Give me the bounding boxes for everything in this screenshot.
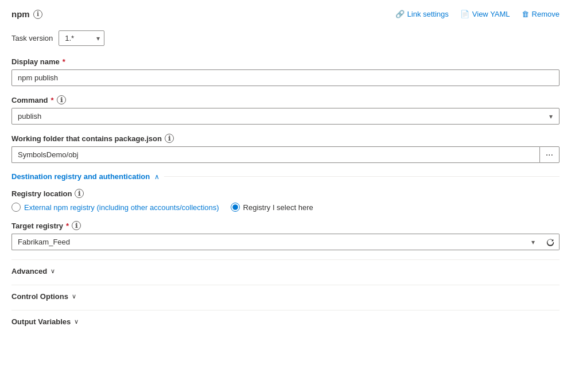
- refresh-icon: [546, 238, 554, 246]
- registry-select-here-label: Registry I select here: [243, 203, 313, 212]
- view-yaml-label: View YAML: [472, 10, 510, 18]
- target-registry-group: Target registry * ℹ Fabrikam_Feed ▾: [11, 221, 560, 250]
- task-version-select[interactable]: 1.* 2.* 0.*: [59, 30, 104, 46]
- destination-section-line: [164, 176, 560, 177]
- display-name-input[interactable]: [11, 69, 560, 86]
- link-settings-label: Link settings: [407, 10, 449, 18]
- registry-location-group: Registry location ℹ External npm registr…: [11, 189, 560, 212]
- advanced-header[interactable]: Advanced ∨: [11, 259, 560, 282]
- command-info-icon[interactable]: ℹ: [57, 95, 66, 104]
- command-select-wrapper: publish install custom ▾: [11, 108, 560, 125]
- advanced-chevron-icon: ∨: [51, 267, 55, 275]
- task-version-row: Task version 1.* 2.* 0.* ▾: [11, 30, 560, 46]
- registry-location-radio-group: External npm registry (including other a…: [11, 203, 560, 212]
- registry-location-info-icon[interactable]: ℹ: [75, 189, 84, 198]
- destination-section-header[interactable]: Destination registry and authentication …: [11, 172, 560, 181]
- control-options-chevron-icon: ∨: [72, 293, 76, 300]
- target-registry-refresh-button[interactable]: [542, 234, 560, 250]
- command-required: *: [51, 96, 54, 104]
- target-registry-info-icon[interactable]: ℹ: [72, 221, 81, 230]
- top-actions: 🔗 Link settings 📄 View YAML 🗑 Remove: [395, 10, 560, 18]
- npm-info-icon[interactable]: ℹ: [33, 10, 42, 19]
- control-options-title: Control Options: [11, 292, 68, 301]
- working-folder-input[interactable]: [11, 146, 539, 163]
- target-registry-label: Target registry * ℹ: [11, 221, 560, 230]
- working-folder-browse-button[interactable]: ···: [539, 146, 560, 163]
- working-folder-input-row: ···: [11, 146, 560, 163]
- task-version-label: Task version: [11, 34, 53, 42]
- output-variables-title: Output Variables: [11, 317, 71, 326]
- output-variables-section: Output Variables ∨: [11, 310, 560, 333]
- yaml-icon: 📄: [460, 10, 469, 18]
- registry-external-label: External npm registry (including other a…: [24, 203, 219, 212]
- target-registry-input-row: Fabrikam_Feed ▾: [11, 234, 560, 250]
- destination-section-chevron-icon[interactable]: ∧: [154, 173, 160, 181]
- working-folder-group: Working folder that contains package.jso…: [11, 134, 560, 163]
- page-title: npm: [11, 9, 30, 19]
- working-folder-info-icon[interactable]: ℹ: [165, 134, 174, 143]
- advanced-section: Advanced ∨: [11, 259, 560, 282]
- display-name-label: Display name *: [11, 57, 560, 66]
- registry-select-here-radio[interactable]: [231, 203, 240, 212]
- registry-location-label: Registry location ℹ: [11, 189, 560, 198]
- registry-select-here-option[interactable]: Registry I select here: [231, 203, 313, 212]
- destination-section-title: Destination registry and authentication: [11, 172, 150, 181]
- working-folder-label: Working folder that contains package.jso…: [11, 134, 560, 143]
- task-version-select-wrapper: 1.* 2.* 0.* ▾: [59, 30, 104, 46]
- remove-label: Remove: [532, 10, 560, 18]
- target-registry-required: *: [66, 222, 69, 230]
- control-options-section: Control Options ∨: [11, 285, 560, 308]
- command-select[interactable]: publish install custom: [11, 108, 560, 125]
- remove-icon: 🗑: [522, 10, 529, 18]
- view-yaml-action[interactable]: 📄 View YAML: [460, 10, 510, 18]
- command-group: Command * ℹ publish install custom ▾: [11, 95, 560, 125]
- link-icon: 🔗: [395, 10, 405, 18]
- registry-external-radio[interactable]: [11, 203, 21, 212]
- display-name-group: Display name *: [11, 57, 560, 86]
- link-settings-action[interactable]: 🔗 Link settings: [395, 10, 449, 18]
- advanced-title: Advanced: [11, 267, 47, 275]
- target-registry-select[interactable]: Fabrikam_Feed: [11, 234, 542, 250]
- output-variables-chevron-icon: ∨: [74, 318, 79, 325]
- control-options-header[interactable]: Control Options ∨: [11, 285, 560, 308]
- command-label: Command * ℹ: [11, 95, 560, 104]
- display-name-required: *: [63, 57, 65, 66]
- target-registry-select-wrapper: Fabrikam_Feed ▾: [11, 234, 542, 250]
- output-variables-header[interactable]: Output Variables ∨: [11, 310, 560, 333]
- registry-external-option[interactable]: External npm registry (including other a…: [11, 203, 219, 212]
- remove-action[interactable]: 🗑 Remove: [522, 10, 560, 18]
